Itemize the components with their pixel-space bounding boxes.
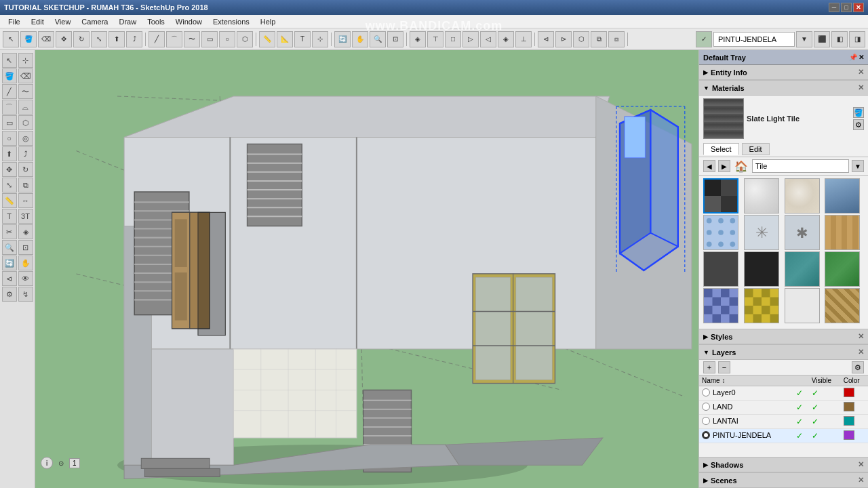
materials-header[interactable]: ▼ Materials ✕ [699,81,868,96]
mat-tile-2[interactable] [785,178,820,214]
mat-tile-14[interactable] [785,288,820,323]
tool-misc1[interactable]: ⚙ [2,287,17,302]
layer-color-1[interactable] [841,401,868,415]
tool-arc2[interactable]: ⌒ [2,100,17,115]
menu-tools[interactable]: Tools [142,16,170,27]
layers-header[interactable]: ▼ Layers ✕ [699,345,868,360]
tb-iso[interactable]: ◈ [410,31,426,47]
tb-rotate[interactable]: ↻ [73,31,90,47]
tray-close[interactable]: ✕ [859,54,864,61]
tb-walk[interactable]: ⊲ [538,31,554,47]
layer-check-1[interactable]: ✓ [809,401,841,415]
tb-left[interactable]: ◈ [498,31,514,47]
menu-extensions[interactable]: Extensions [208,16,255,27]
tb-select[interactable]: ↖ [3,31,19,47]
tb-scale[interactable]: ⤡ [91,31,107,47]
layer-vis-2[interactable]: ✓ [793,415,809,429]
tray-pin[interactable]: 📌 [849,54,857,61]
tb-top[interactable]: ⊤ [427,31,443,47]
tray-controls[interactable]: 📌 ✕ [849,54,864,61]
nav-home-icon[interactable]: 🏠 [734,160,748,173]
tool-eraser2[interactable]: ⌫ [18,68,33,83]
tool-followme2[interactable]: ⤴ [18,146,33,161]
layer-check-2[interactable]: ✓ [809,415,841,429]
tb-xray[interactable]: ⬡ [573,31,589,47]
tool-zoomwin[interactable]: ⊡ [18,240,33,255]
menu-camera[interactable]: Camera [76,16,113,27]
layer-color-3[interactable] [841,429,868,443]
tb-bottom[interactable]: ⊥ [515,31,532,47]
tool-pushpull2[interactable]: ⬆ [2,146,17,161]
tool-text2[interactable]: T [2,209,17,224]
tb-followme[interactable]: ⤴ [126,31,142,47]
tool-rotate2[interactable]: ↻ [18,162,33,177]
tb-component[interactable]: ⧉ [591,31,607,47]
layer-color-2[interactable] [841,415,868,429]
tb-orbit[interactable]: 🔄 [334,31,351,47]
category-dropdown-arrow[interactable]: ▼ [852,160,864,172]
tb-zoom[interactable]: 🔍 [370,31,386,47]
tb-protractor[interactable]: 📐 [277,31,293,47]
styles-header[interactable]: ▶ Styles ✕ [699,329,868,344]
materials-scroll[interactable] [699,326,868,329]
tool-rect2[interactable]: ▭ [2,115,17,130]
tool-pan2[interactable]: ✋ [18,256,33,270]
active-layer-dropdown[interactable]: PINTU-JENDELA [713,32,795,47]
entity-info-close[interactable]: ✕ [858,68,864,77]
tb-tape[interactable]: 📏 [259,31,275,47]
paint-bucket-icon[interactable]: 🪣 [853,107,864,118]
tb-eraser[interactable]: ⌫ [38,31,54,47]
mat-tile-13[interactable] [744,288,779,323]
layer-row-3[interactable]: PINTU-JENDELA ✓ ✓ [699,429,868,443]
tb-check[interactable]: ✓ [696,31,712,47]
tool-misc2[interactable]: ↯ [18,287,33,302]
maximize-btn[interactable]: □ [841,3,852,12]
tb-pan[interactable]: ✋ [352,31,368,47]
mat-tile-3[interactable] [825,178,860,214]
tb-front[interactable]: □ [445,31,461,47]
tb-freehand[interactable]: 〜 [184,31,200,47]
mat-tile-10[interactable] [785,251,820,287]
mat-tile-9[interactable] [744,251,779,287]
tool-circle3[interactable]: ◎ [18,131,33,146]
layer-row-1[interactable]: LAND ✓ ✓ [699,401,868,415]
3d-viewport[interactable]: i ⊙ 1 [35,50,698,488]
delete-layer-btn[interactable]: − [718,361,730,373]
layer-vis-1[interactable]: ✓ [793,401,809,415]
tb-polygon[interactable]: ⬡ [237,31,253,47]
tool-circle2[interactable]: ○ [2,131,17,146]
mat-tile-1[interactable] [744,178,779,214]
close-btn[interactable]: ✕ [853,3,864,12]
shadows-header[interactable]: ▶ Shadows ✕ [699,458,868,472]
tool-tape2[interactable]: 📏 [2,193,17,208]
minimize-btn[interactable]: ─ [829,3,840,12]
tab-select[interactable]: Select [703,143,739,155]
nav-forward[interactable]: ▶ [718,160,730,172]
layer-radio-0[interactable] [702,388,710,396]
tool-3dtext[interactable]: 3T [18,209,33,224]
layer-check-3[interactable]: ✓ [809,429,841,443]
tool-freehand2[interactable]: 〜 [18,84,33,99]
nav-back[interactable]: ◀ [703,160,715,172]
tb-zoomextents[interactable]: ⊡ [387,31,403,47]
tb-paint[interactable]: 🪣 [20,31,37,47]
layer-row-0[interactable]: Layer0 ✓ ✓ [699,386,868,401]
tool-offset[interactable]: ⧉ [18,178,33,192]
tb-line[interactable]: ╱ [149,31,165,47]
material-settings-icon[interactable]: ⚙ [853,119,864,130]
mat-tile-4[interactable] [703,215,738,250]
add-layer-btn[interactable]: + [703,361,715,373]
tb-pushpull[interactable]: ⬆ [108,31,125,47]
tool-lookat[interactable]: 👁 [18,271,33,286]
layer-radio-1[interactable] [702,403,710,411]
menu-edit[interactable]: Edit [26,16,50,27]
scenes-close[interactable]: ✕ [858,476,864,485]
tool-arc3[interactable]: ⌓ [18,100,33,115]
layer-radio-2[interactable] [702,417,710,425]
mat-tile-7[interactable] [825,215,860,250]
window-controls[interactable]: ─ □ ✕ [829,3,864,12]
tool-arrow[interactable]: ↖ [2,53,17,68]
tool-move2[interactable]: ✥ [2,162,17,177]
tool-polygon2[interactable]: ⬡ [18,115,33,130]
layer-vis-3[interactable]: ✓ [793,429,809,443]
